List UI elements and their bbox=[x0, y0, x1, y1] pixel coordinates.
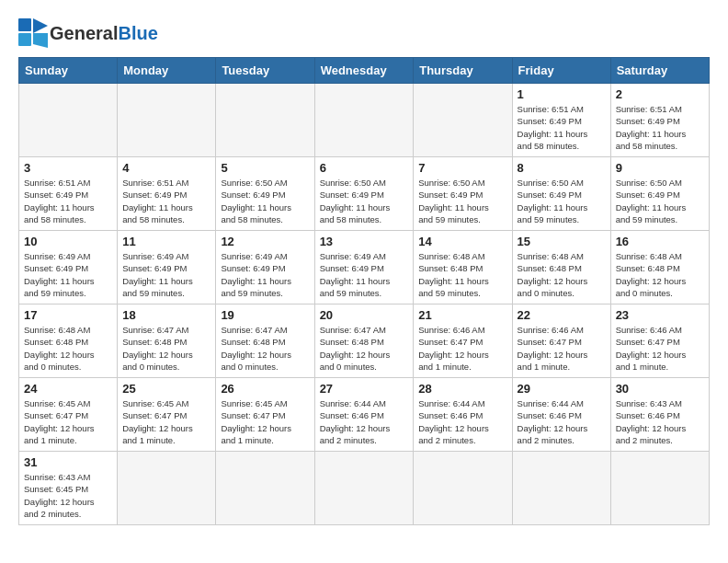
calendar-cell bbox=[118, 84, 216, 157]
calendar-cell: 3Sunrise: 6:51 AM Sunset: 6:49 PM Daylig… bbox=[19, 157, 118, 231]
day-number: 3 bbox=[24, 161, 112, 175]
calendar-cell bbox=[512, 452, 610, 525]
gb-logo-icon bbox=[18, 18, 48, 48]
day-number: 19 bbox=[221, 308, 309, 322]
calendar-cell: 6Sunrise: 6:50 AM Sunset: 6:49 PM Daylig… bbox=[314, 157, 414, 231]
day-info: Sunrise: 6:51 AM Sunset: 6:49 PM Dayligh… bbox=[24, 177, 112, 225]
calendar-cell bbox=[314, 452, 414, 525]
day-info: Sunrise: 6:47 AM Sunset: 6:48 PM Dayligh… bbox=[122, 324, 210, 373]
calendar-week-2: 3Sunrise: 6:51 AM Sunset: 6:49 PM Daylig… bbox=[19, 157, 710, 231]
day-number: 9 bbox=[616, 161, 704, 175]
calendar-cell: 26Sunrise: 6:45 AM Sunset: 6:47 PM Dayli… bbox=[216, 378, 314, 452]
day-number: 16 bbox=[616, 235, 704, 248]
calendar-cell: 19Sunrise: 6:47 AM Sunset: 6:48 PM Dayli… bbox=[216, 304, 314, 378]
calendar-cell: 16Sunrise: 6:48 AM Sunset: 6:48 PM Dayli… bbox=[610, 231, 709, 304]
day-number: 31 bbox=[24, 455, 112, 469]
day-info: Sunrise: 6:50 AM Sunset: 6:49 PM Dayligh… bbox=[221, 177, 309, 225]
day-header-saturday: Saturday bbox=[610, 58, 709, 84]
calendar-week-1: 1Sunrise: 6:51 AM Sunset: 6:49 PM Daylig… bbox=[19, 84, 710, 157]
day-info: Sunrise: 6:48 AM Sunset: 6:48 PM Dayligh… bbox=[616, 250, 704, 299]
day-info: Sunrise: 6:46 AM Sunset: 6:47 PM Dayligh… bbox=[518, 324, 606, 373]
day-number: 1 bbox=[518, 87, 606, 101]
calendar-cell: 22Sunrise: 6:46 AM Sunset: 6:47 PM Dayli… bbox=[512, 304, 610, 378]
calendar-cell: 11Sunrise: 6:49 AM Sunset: 6:49 PM Dayli… bbox=[118, 231, 216, 304]
day-info: Sunrise: 6:43 AM Sunset: 6:46 PM Dayligh… bbox=[616, 397, 704, 446]
calendar-week-3: 10Sunrise: 6:49 AM Sunset: 6:49 PM Dayli… bbox=[19, 231, 710, 304]
day-number: 23 bbox=[616, 308, 704, 322]
page-header: GeneralBlue bbox=[18, 18, 710, 48]
day-number: 25 bbox=[122, 382, 210, 396]
day-info: Sunrise: 6:51 AM Sunset: 6:49 PM Dayligh… bbox=[616, 103, 704, 152]
day-info: Sunrise: 6:48 AM Sunset: 6:48 PM Dayligh… bbox=[418, 250, 506, 299]
day-number: 29 bbox=[518, 382, 606, 396]
calendar-cell bbox=[610, 452, 709, 525]
day-number: 27 bbox=[320, 382, 409, 396]
day-number: 6 bbox=[320, 161, 409, 175]
calendar-cell: 12Sunrise: 6:49 AM Sunset: 6:49 PM Dayli… bbox=[216, 231, 314, 304]
day-info: Sunrise: 6:49 AM Sunset: 6:49 PM Dayligh… bbox=[24, 250, 112, 299]
calendar-cell: 8Sunrise: 6:50 AM Sunset: 6:49 PM Daylig… bbox=[512, 157, 610, 231]
calendar-cell: 15Sunrise: 6:48 AM Sunset: 6:48 PM Dayli… bbox=[512, 231, 610, 304]
calendar-cell: 1Sunrise: 6:51 AM Sunset: 6:49 PM Daylig… bbox=[512, 84, 610, 157]
day-number: 26 bbox=[221, 382, 309, 396]
day-number: 2 bbox=[616, 87, 704, 101]
day-info: Sunrise: 6:44 AM Sunset: 6:46 PM Dayligh… bbox=[320, 397, 409, 446]
logo: GeneralBlue bbox=[18, 18, 158, 48]
calendar-cell bbox=[216, 452, 314, 525]
calendar-cell: 20Sunrise: 6:47 AM Sunset: 6:48 PM Dayli… bbox=[314, 304, 414, 378]
day-info: Sunrise: 6:46 AM Sunset: 6:47 PM Dayligh… bbox=[418, 324, 506, 373]
day-info: Sunrise: 6:45 AM Sunset: 6:47 PM Dayligh… bbox=[122, 397, 210, 446]
calendar-cell: 5Sunrise: 6:50 AM Sunset: 6:49 PM Daylig… bbox=[216, 157, 314, 231]
calendar-cell: 31Sunrise: 6:43 AM Sunset: 6:45 PM Dayli… bbox=[19, 452, 118, 525]
calendar-cell: 14Sunrise: 6:48 AM Sunset: 6:48 PM Dayli… bbox=[414, 231, 512, 304]
day-info: Sunrise: 6:45 AM Sunset: 6:47 PM Dayligh… bbox=[221, 397, 309, 446]
calendar-week-6: 31Sunrise: 6:43 AM Sunset: 6:45 PM Dayli… bbox=[19, 452, 710, 525]
day-info: Sunrise: 6:50 AM Sunset: 6:49 PM Dayligh… bbox=[320, 177, 409, 225]
logo-blue-text: Blue bbox=[118, 23, 157, 43]
calendar-cell: 13Sunrise: 6:49 AM Sunset: 6:49 PM Dayli… bbox=[314, 231, 414, 304]
calendar-cell: 18Sunrise: 6:47 AM Sunset: 6:48 PM Dayli… bbox=[118, 304, 216, 378]
calendar-cell: 24Sunrise: 6:45 AM Sunset: 6:47 PM Dayli… bbox=[19, 378, 118, 452]
svg-marker-3 bbox=[33, 33, 48, 48]
calendar-cell bbox=[414, 452, 512, 525]
day-header-monday: Monday bbox=[118, 58, 216, 84]
day-info: Sunrise: 6:49 AM Sunset: 6:49 PM Dayligh… bbox=[221, 250, 309, 299]
calendar-cell: 2Sunrise: 6:51 AM Sunset: 6:49 PM Daylig… bbox=[610, 84, 709, 157]
calendar-week-4: 17Sunrise: 6:48 AM Sunset: 6:48 PM Dayli… bbox=[19, 304, 710, 378]
day-info: Sunrise: 6:50 AM Sunset: 6:49 PM Dayligh… bbox=[418, 177, 506, 225]
day-number: 12 bbox=[221, 235, 309, 248]
day-number: 15 bbox=[518, 235, 606, 248]
calendar-table: SundayMondayTuesdayWednesdayThursdayFrid… bbox=[18, 57, 710, 525]
day-number: 14 bbox=[418, 235, 506, 248]
day-info: Sunrise: 6:45 AM Sunset: 6:47 PM Dayligh… bbox=[24, 397, 112, 446]
calendar-cell: 17Sunrise: 6:48 AM Sunset: 6:48 PM Dayli… bbox=[19, 304, 118, 378]
day-header-wednesday: Wednesday bbox=[314, 58, 414, 84]
day-info: Sunrise: 6:44 AM Sunset: 6:46 PM Dayligh… bbox=[518, 397, 606, 446]
day-header-thursday: Thursday bbox=[414, 58, 512, 84]
day-number: 4 bbox=[122, 161, 210, 175]
day-info: Sunrise: 6:50 AM Sunset: 6:49 PM Dayligh… bbox=[616, 177, 704, 225]
day-info: Sunrise: 6:43 AM Sunset: 6:45 PM Dayligh… bbox=[24, 471, 112, 520]
calendar-cell: 21Sunrise: 6:46 AM Sunset: 6:47 PM Dayli… bbox=[414, 304, 512, 378]
svg-marker-2 bbox=[33, 18, 48, 33]
day-info: Sunrise: 6:47 AM Sunset: 6:48 PM Dayligh… bbox=[320, 324, 409, 373]
day-header-tuesday: Tuesday bbox=[216, 58, 314, 84]
day-number: 18 bbox=[122, 308, 210, 322]
day-number: 10 bbox=[24, 235, 112, 248]
calendar-cell: 23Sunrise: 6:46 AM Sunset: 6:47 PM Dayli… bbox=[610, 304, 709, 378]
calendar-cell: 30Sunrise: 6:43 AM Sunset: 6:46 PM Dayli… bbox=[610, 378, 709, 452]
day-info: Sunrise: 6:44 AM Sunset: 6:46 PM Dayligh… bbox=[418, 397, 506, 446]
day-number: 21 bbox=[418, 308, 506, 322]
calendar-cell bbox=[118, 452, 216, 525]
day-info: Sunrise: 6:51 AM Sunset: 6:49 PM Dayligh… bbox=[518, 103, 606, 152]
day-number: 5 bbox=[221, 161, 309, 175]
calendar-cell: 29Sunrise: 6:44 AM Sunset: 6:46 PM Dayli… bbox=[512, 378, 610, 452]
calendar-cell: 10Sunrise: 6:49 AM Sunset: 6:49 PM Dayli… bbox=[19, 231, 118, 304]
day-info: Sunrise: 6:48 AM Sunset: 6:48 PM Dayligh… bbox=[24, 324, 112, 373]
calendar-cell bbox=[19, 84, 118, 157]
calendar-cell bbox=[314, 84, 414, 157]
day-info: Sunrise: 6:46 AM Sunset: 6:47 PM Dayligh… bbox=[616, 324, 704, 373]
day-number: 13 bbox=[320, 235, 409, 248]
day-header-friday: Friday bbox=[512, 58, 610, 84]
calendar-cell: 28Sunrise: 6:44 AM Sunset: 6:46 PM Dayli… bbox=[414, 378, 512, 452]
